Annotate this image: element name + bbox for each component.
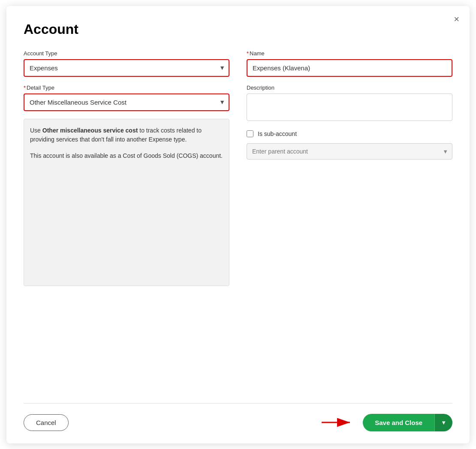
info-paragraph-2: This account is also available as a Cost… — [30, 151, 223, 161]
arrow-indicator — [321, 416, 355, 428]
detail-type-select[interactable]: Other Miscellaneous Service Cost — [24, 93, 229, 111]
detail-type-label: *Detail Type — [24, 84, 229, 91]
description-group: Description — [247, 84, 452, 123]
parent-account-input[interactable] — [247, 143, 452, 160]
footer-right: Save and Close ▼ — [321, 414, 452, 431]
modal-title: Account — [24, 21, 452, 37]
name-group: *Name — [247, 50, 452, 77]
close-button[interactable]: × — [454, 15, 459, 24]
arrow-icon — [321, 416, 355, 428]
name-required: * — [247, 50, 249, 57]
info-paragraph-1: Use Other miscellaneous service cost to … — [30, 126, 223, 145]
account-type-group: Account Type Expenses ▼ — [24, 50, 229, 77]
detail-type-group: *Detail Type Other Miscellaneous Service… — [24, 84, 229, 111]
modal-footer: Cancel Save and Close ▼ — [24, 403, 452, 443]
save-dropdown-button[interactable]: ▼ — [434, 414, 452, 431]
parent-account-wrapper: ▼ — [247, 143, 452, 160]
account-type-label: Account Type — [24, 50, 229, 57]
subaccount-checkbox[interactable] — [247, 130, 253, 137]
description-label: Description — [247, 84, 452, 91]
cancel-button[interactable]: Cancel — [24, 414, 69, 431]
name-input[interactable] — [247, 59, 452, 77]
form-left: Account Type Expenses ▼ *Detail Type Oth… — [24, 50, 229, 403]
detail-type-wrapper: Other Miscellaneous Service Cost ▼ — [24, 93, 229, 111]
save-button-group: Save and Close ▼ — [363, 414, 452, 431]
form-body: Account Type Expenses ▼ *Detail Type Oth… — [24, 50, 452, 403]
description-input[interactable] — [247, 93, 452, 121]
form-right: *Name Description Is sub-account ▼ — [247, 50, 452, 403]
info-box: Use Other miscellaneous service cost to … — [24, 119, 229, 286]
account-type-wrapper: Expenses ▼ — [24, 59, 229, 77]
detail-type-required: * — [24, 84, 26, 91]
save-and-close-button[interactable]: Save and Close — [363, 414, 434, 431]
account-modal: × Account Account Type Expenses ▼ *Detai… — [6, 6, 470, 443]
subaccount-row: Is sub-account — [247, 130, 452, 137]
account-type-select[interactable]: Expenses — [24, 59, 229, 77]
subaccount-label: Is sub-account — [258, 130, 297, 137]
info-bold-text: Other miscellaneous service cost — [42, 127, 138, 134]
name-label: *Name — [247, 50, 452, 57]
